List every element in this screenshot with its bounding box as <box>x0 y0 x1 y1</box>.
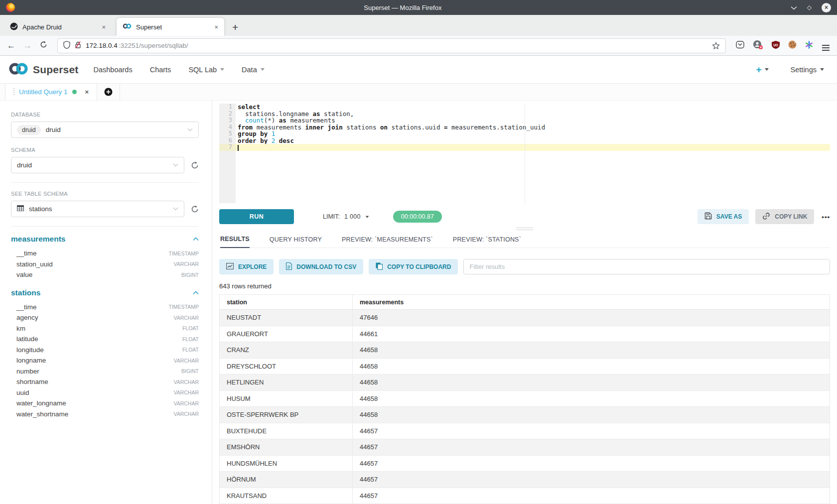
results-tab[interactable]: PREVIEW: `STATIONS` <box>453 236 521 248</box>
new-tab-button[interactable]: + <box>232 22 238 32</box>
limit-dropdown[interactable]: LIMIT: 1 000 <box>323 213 369 220</box>
cell-measurements: 44658 <box>353 346 385 354</box>
column-row[interactable]: uuid VARCHAR <box>11 387 199 398</box>
nav-item-label: SQL Lab <box>188 66 217 74</box>
column-type: BIGINT <box>181 368 199 374</box>
column-row[interactable]: km FLOAT <box>11 323 199 334</box>
table-row[interactable]: HUNDSMÜHLEN 44657 <box>220 456 830 472</box>
tracking-shield-icon[interactable] <box>63 41 70 51</box>
browser-tab-apache-druid[interactable]: Apache Druid × <box>4 18 112 36</box>
superset-brand[interactable]: Superset <box>8 62 78 78</box>
table-row[interactable]: GRAUERORT 44661 <box>220 326 830 343</box>
table-row[interactable]: BUXTEHUDE 44657 <box>220 423 830 440</box>
column-row[interactable]: longitude FLOAT <box>11 345 199 356</box>
main-nav: Dashboards Charts SQL Lab Data <box>93 66 281 74</box>
download-csv-button[interactable]: DOWNLOAD TO CSV <box>279 259 363 274</box>
nav-item[interactable]: Dashboards <box>93 66 132 74</box>
bookmark-star-icon[interactable] <box>712 42 720 50</box>
column-type: TIMESTAMP <box>169 251 199 256</box>
cookie-extension-icon[interactable] <box>788 40 797 51</box>
column-name: water_longname <box>16 399 66 407</box>
clipboard-icon <box>376 262 383 271</box>
pocket-icon[interactable] <box>736 41 744 51</box>
table-row[interactable]: DREYSCHLOOT 44658 <box>220 359 830 375</box>
more-options-button[interactable]: ••• <box>822 213 830 221</box>
window-close-button[interactable]: × <box>822 3 831 12</box>
header-measurements[interactable]: measurements <box>353 299 411 306</box>
table-section-measurements[interactable]: measurements <box>11 235 65 244</box>
chevron-up-icon[interactable] <box>193 291 199 295</box>
browser-tab-superset[interactable]: Superset × <box>117 18 224 36</box>
schema-select[interactable]: druid <box>11 157 184 173</box>
database-select[interactable]: druid druid <box>11 122 199 138</box>
column-row[interactable]: value BIGINT <box>11 269 199 280</box>
explore-button[interactable]: EXPLORE <box>219 259 274 274</box>
results-tab[interactable]: PREVIEW: `MEASUREMENTS` <box>342 236 433 248</box>
copy-link-button[interactable]: COPY LINK <box>755 209 814 224</box>
tab-close-icon[interactable]: × <box>214 23 218 31</box>
account-extension-icon[interactable] <box>753 40 763 51</box>
copy-to-clipboard-button[interactable]: COPY TO CLIPBOARD <box>369 259 458 274</box>
results-tab[interactable]: RESULTS <box>220 236 250 248</box>
chevron-up-icon[interactable] <box>193 237 199 241</box>
column-row[interactable]: __time TIMESTAMP <box>11 248 199 259</box>
add-query-tab-button[interactable] <box>97 84 120 100</box>
run-button[interactable]: RUN <box>219 209 294 224</box>
file-icon <box>286 262 292 271</box>
refresh-tables-icon[interactable] <box>191 205 199 213</box>
url-bar[interactable]: 172.18.0.4 :32251/superset/sqllab/ <box>57 38 726 53</box>
forward-button[interactable]: → <box>23 41 32 50</box>
column-row[interactable]: agency VARCHAR <box>11 312 199 323</box>
insecure-lock-icon[interactable] <box>75 41 81 51</box>
nav-item[interactable]: SQL Lab <box>188 66 224 74</box>
nav-item[interactable]: Charts <box>150 66 171 74</box>
back-button[interactable]: ← <box>7 41 15 50</box>
column-row[interactable]: number BIGINT <box>11 366 199 377</box>
query-tab-title: Untitled Query 1 <box>19 88 68 96</box>
filter-results-input[interactable] <box>463 259 830 274</box>
chevron-down-icon <box>220 68 224 71</box>
table-row[interactable]: NEUSTADT 47646 <box>220 310 830 326</box>
table-row[interactable]: KRAUTSAND 44657 <box>220 488 830 504</box>
column-row[interactable]: shortname VARCHAR <box>11 377 199 387</box>
close-query-tab-icon[interactable]: × <box>85 88 89 96</box>
column-row[interactable]: longname VARCHAR <box>11 355 199 366</box>
reload-button[interactable] <box>40 41 47 50</box>
settings-menu[interactable]: Settings <box>791 66 824 74</box>
ublock-icon[interactable]: UO <box>772 41 780 51</box>
table-select[interactable]: stations <box>11 201 184 217</box>
nav-item[interactable]: Data <box>242 66 265 74</box>
column-row[interactable]: latitude FLOAT <box>11 334 199 345</box>
table-row[interactable]: HUSUM 44658 <box>220 391 830 407</box>
refresh-schemas-icon[interactable] <box>191 161 199 169</box>
tab-close-icon[interactable]: × <box>102 23 106 31</box>
window-menu-chevron-icon[interactable] <box>791 3 797 12</box>
window-maximize-icon[interactable]: ◇ <box>807 4 812 11</box>
cell-station: EMSHÖRN <box>220 439 353 455</box>
save-as-button[interactable]: SAVE AS <box>698 209 749 224</box>
header-station[interactable]: station <box>220 295 353 309</box>
cell-measurements: 44657 <box>353 427 385 435</box>
table-row[interactable]: CRANZ 44658 <box>220 342 830 359</box>
query-tab-untitled-query-1[interactable]: Untitled Query 1 × <box>5 84 97 100</box>
table-row[interactable]: HÖRNUM 44657 <box>220 472 830 488</box>
sparkle-extension-icon[interactable] <box>805 41 813 51</box>
table-section-stations[interactable]: stations <box>11 288 40 297</box>
table-row[interactable]: HETLINGEN 44658 <box>220 375 830 391</box>
table-row[interactable]: OSTE-SPERRWERK BP 44658 <box>220 407 830 423</box>
column-name: water_shortname <box>16 410 68 418</box>
url-path: :32251/superset/sqllab/ <box>119 42 188 49</box>
menu-button[interactable] <box>822 41 830 50</box>
results-tab[interactable]: QUERY HISTORY <box>270 236 322 248</box>
new-item-menu[interactable]: + <box>756 65 768 74</box>
table-row[interactable]: EMSHÖRN 44657 <box>220 439 830 456</box>
column-row[interactable]: __time TIMESTAMP <box>11 302 199 313</box>
column-row[interactable]: water_longname VARCHAR <box>11 398 199 409</box>
panel-resize-handle[interactable] <box>219 224 830 233</box>
copy-link-label: COPY LINK <box>775 213 807 220</box>
column-row[interactable]: station_uuid VARCHAR <box>11 259 199 270</box>
column-row[interactable]: water_shortname VARCHAR <box>11 409 199 420</box>
drag-handle-icon[interactable] <box>13 88 14 96</box>
sql-editor[interactable]: 1select2 stations.longname as station,3 … <box>219 104 830 203</box>
url-host: 172.18.0.4 <box>86 42 118 49</box>
